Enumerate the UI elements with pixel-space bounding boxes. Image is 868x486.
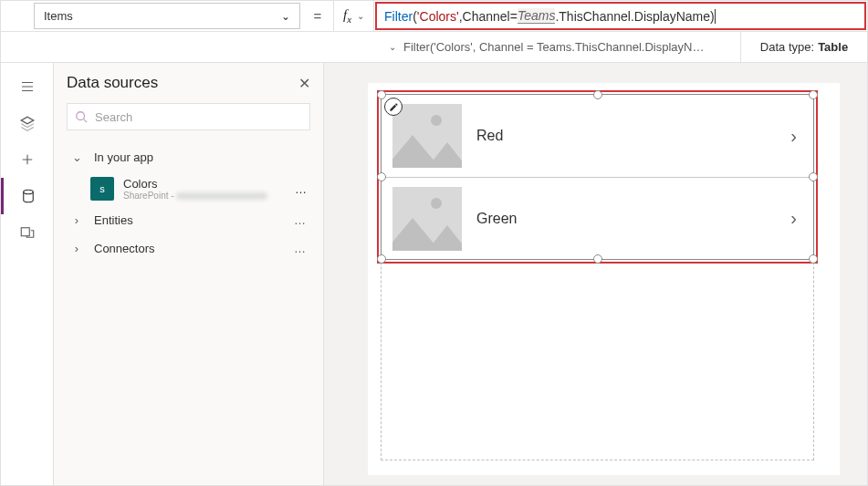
datasource-subtitle: SharePoint - — [123, 191, 295, 201]
group-label: In your app — [94, 150, 153, 164]
sharepoint-icon: s — [90, 177, 114, 201]
group-in-your-app[interactable]: ⌄ In your app — [67, 143, 310, 171]
group-label: Entities — [94, 213, 133, 227]
more-icon[interactable]: … — [294, 213, 307, 227]
property-selector-label: Items — [44, 9, 73, 23]
chevron-right-icon: › — [70, 242, 83, 255]
rail-data[interactable] — [1, 178, 53, 214]
chevron-down-icon: ⌄ — [389, 42, 396, 52]
more-icon[interactable]: … — [295, 182, 307, 196]
app-screen: Red › Green › — [368, 83, 840, 475]
chevron-down-icon: ⌄ — [281, 10, 290, 23]
plus-icon — [19, 151, 36, 168]
chevron-down-icon: ⌄ — [357, 11, 364, 21]
resize-handle[interactable] — [377, 90, 386, 99]
svg-rect-1 — [21, 228, 29, 236]
formula-result-preview[interactable]: ⌄ Filter('Colors', Channel = Teams.ThisC… — [380, 32, 741, 62]
panel-title: Data sources — [67, 74, 158, 92]
close-icon[interactable]: ✕ — [298, 75, 310, 92]
formula-token-fn: Filter — [384, 9, 413, 24]
hamburger-icon — [19, 78, 36, 95]
rail-insert[interactable] — [1, 105, 53, 141]
chevron-right-icon: › — [70, 213, 83, 227]
edit-pencil-button[interactable] — [384, 98, 403, 116]
svg-point-0 — [23, 190, 33, 194]
property-selector[interactable]: Items ⌄ — [34, 3, 300, 29]
chevron-down-icon: ⌄ — [70, 150, 83, 164]
resize-handle[interactable] — [377, 254, 386, 264]
image-placeholder-icon — [392, 187, 462, 251]
group-label: Connectors — [94, 242, 154, 255]
left-rail — [1, 63, 54, 485]
rail-add[interactable] — [1, 141, 53, 178]
svg-point-2 — [77, 112, 85, 120]
gallery-control[interactable]: Red › Green › — [381, 94, 814, 260]
datasource-item-colors[interactable]: s Colors SharePoint - … — [67, 171, 310, 206]
database-icon — [20, 188, 37, 204]
resize-handle[interactable] — [593, 90, 602, 99]
gallery-item[interactable]: Red › — [382, 95, 813, 177]
rail-tree-view[interactable] — [1, 68, 53, 105]
formula-preview-text: Filter('Colors', Channel = Teams.ThisCha… — [403, 40, 705, 54]
search-placeholder: Search — [95, 110, 132, 124]
gallery-item-title: Red — [476, 128, 790, 144]
resize-handle[interactable] — [809, 254, 818, 264]
equals-label: = — [302, 1, 333, 31]
formula-bar[interactable]: Filter('Colors', Channel = Teams.ThisCha… — [375, 2, 866, 30]
image-placeholder-icon — [392, 104, 462, 168]
datasource-name: Colors — [123, 177, 295, 191]
fx-button[interactable]: fx ⌄ — [333, 1, 374, 31]
datatype-indicator: Data type: Table — [741, 32, 867, 62]
chevron-right-icon[interactable]: › — [790, 208, 797, 229]
fx-icon: fx — [343, 7, 351, 25]
gallery-item-title: Green — [476, 211, 790, 227]
gallery-item[interactable]: Green › — [382, 177, 813, 259]
resize-handle[interactable] — [809, 90, 818, 99]
resize-handle[interactable] — [809, 172, 818, 181]
resize-handle[interactable] — [593, 254, 602, 264]
layers-icon — [19, 115, 36, 131]
search-input[interactable]: Search — [67, 103, 310, 130]
resize-handle[interactable] — [377, 172, 386, 181]
chevron-right-icon[interactable]: › — [790, 126, 797, 147]
media-icon — [19, 224, 36, 241]
pencil-icon — [389, 102, 399, 112]
group-entities[interactable]: › Entities … — [67, 206, 310, 234]
text-cursor — [715, 9, 716, 24]
more-icon[interactable]: … — [294, 242, 307, 255]
canvas-area[interactable]: Red › Green › — [324, 63, 867, 485]
group-connectors[interactable]: › Connectors … — [67, 234, 310, 263]
rail-media[interactable] — [1, 214, 53, 251]
data-sources-panel: Data sources ✕ Search ⌄ In your app s Co… — [54, 63, 324, 485]
search-icon — [75, 110, 88, 123]
